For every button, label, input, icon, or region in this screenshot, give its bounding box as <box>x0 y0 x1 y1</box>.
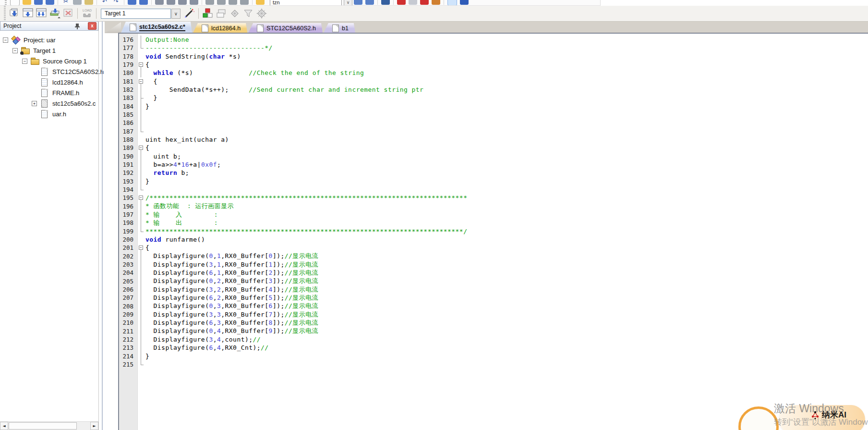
code-line[interactable]: 197* 输 入 : <box>119 210 868 219</box>
editor-window-icon[interactable] <box>447 0 457 6</box>
outdent-icon[interactable] <box>217 0 226 5</box>
undo-icon[interactable]: ↶ <box>100 0 109 5</box>
code-line[interactable]: 214} <box>119 352 868 360</box>
redo-icon[interactable]: ↷ <box>112 0 121 5</box>
incremental-find-icon[interactable] <box>365 0 374 5</box>
find-magnifier-icon[interactable] <box>381 0 390 5</box>
tree-expander[interactable]: − <box>12 48 18 53</box>
paste-icon[interactable] <box>84 0 93 5</box>
code-line[interactable]: 196* 函数功能 : 运行画面显示 <box>119 202 868 210</box>
mesh-icon[interactable] <box>255 7 268 20</box>
find-in-files-icon[interactable] <box>256 0 265 5</box>
code-line[interactable]: 188uint hex_int(uchar a) <box>119 135 868 144</box>
scroll-right-button[interactable]: ► <box>90 422 98 430</box>
tree-item-source-group-1[interactable]: −Source Group 1 <box>0 56 98 66</box>
prev-bookmark-icon[interactable] <box>167 0 175 5</box>
clear-bookmarks-icon[interactable] <box>190 0 198 5</box>
indent-icon[interactable] <box>205 0 214 5</box>
close-panel-button[interactable]: x <box>88 22 96 30</box>
tree-item-lcd12864-h[interactable]: lcd12864.h <box>0 77 98 87</box>
nano-ai-badge[interactable]: 纳米AI <box>810 409 846 420</box>
batch-build-icon[interactable] <box>48 7 61 20</box>
code-line[interactable]: 199*************************************… <box>119 227 868 235</box>
find-combo[interactable]: tzn <box>270 0 342 6</box>
kill-all-breakpoints-icon[interactable] <box>432 0 440 5</box>
tree-item-stc12c5a60s2-c[interactable]: +stc12c5a60s2.c <box>0 98 98 109</box>
target-select-dropdown[interactable]: ∨ <box>171 9 181 19</box>
tab-STC12C5A60S2-h[interactable]: STC12C5A60S2.h <box>248 23 323 33</box>
code-line[interactable]: 187 <box>119 127 868 135</box>
find-next-icon[interactable] <box>354 0 362 5</box>
tree-expander[interactable]: − <box>3 37 8 43</box>
code-line[interactable]: 210 Displayfigure(6,3,RX0_Buffer[8]);//显… <box>119 319 868 327</box>
scroll-left-button[interactable]: ◄ <box>0 422 8 430</box>
scrollbar-thumb[interactable] <box>9 422 77 430</box>
copy-icon[interactable] <box>73 0 82 5</box>
fold-collapse-marker[interactable] <box>137 244 145 252</box>
manage-rte-icon[interactable] <box>202 7 214 20</box>
code-line[interactable]: 184} <box>119 102 868 111</box>
code-line[interactable]: 178void SendString(char *s) <box>119 52 868 61</box>
tab-b1[interactable]: b1 <box>324 23 355 33</box>
pin-icon[interactable] <box>75 23 80 29</box>
next-bookmark-icon[interactable] <box>178 0 187 5</box>
find-combo-dropdown[interactable]: ∨ <box>344 0 352 6</box>
window-stack-icon[interactable] <box>215 7 228 20</box>
toolbar-grip[interactable] <box>5 0 7 5</box>
code-line[interactable]: 203 Displayfigure(3,1,RX0_Buffer[1]);//显… <box>119 260 868 269</box>
build-icon[interactable] <box>22 7 34 20</box>
code-line[interactable]: 215 <box>119 360 868 369</box>
fold-collapse-marker[interactable] <box>137 144 145 152</box>
tree-item-uar-h[interactable]: uar.h <box>0 109 98 119</box>
code-line[interactable]: 208 Displayfigure(0,3,RX0_Buffer[6]);//显… <box>119 302 868 310</box>
code-line[interactable]: 198* 输 出 : <box>119 219 868 227</box>
fold-collapse-marker[interactable] <box>137 77 145 86</box>
code-line[interactable]: 206 Displayfigure(3,2,RX0_Buffer[4]);//显… <box>119 285 868 294</box>
code-line[interactable]: 202 Displayfigure(0,1,RX0_Buffer[0]);//显… <box>119 252 868 260</box>
comment-icon[interactable] <box>229 0 237 5</box>
code-line[interactable]: 182 SendData(*s++); //Send current char … <box>119 86 868 94</box>
bookmark-icon[interactable] <box>155 0 164 5</box>
uncomment-icon[interactable] <box>240 0 249 5</box>
stop-build-icon[interactable] <box>62 7 74 20</box>
panel-splitter[interactable] <box>102 21 103 430</box>
fold-collapse-marker[interactable] <box>137 61 145 69</box>
tree-item-target-1[interactable]: −Target 1 <box>0 45 98 56</box>
code-line[interactable]: 179{ <box>119 61 868 69</box>
translate-icon[interactable] <box>8 7 21 20</box>
navigate-forward-icon[interactable] <box>139 0 148 5</box>
enable-breakpoint-icon[interactable] <box>409 0 417 5</box>
code-line[interactable]: 209 Displayfigure(3,3,RX0_Buffer[7]);//显… <box>119 310 868 319</box>
new-file-icon[interactable] <box>10 0 20 6</box>
code-line[interactable]: 207 Displayfigure(6,2,RX0_Buffer[5]);//显… <box>119 294 868 302</box>
tab-stc12c5a60s2-c-[interactable]: stc12c5a60s2.c* <box>121 22 192 33</box>
code-line[interactable]: 185 <box>119 111 868 119</box>
code-line[interactable]: 193} <box>119 177 868 185</box>
download-icon[interactable]: LOAD <box>81 7 93 20</box>
rebuild-icon[interactable] <box>35 7 48 20</box>
code-line[interactable]: 180 while (*s) //Check the end of the st… <box>119 69 868 77</box>
code-line[interactable]: 211 Displayfigure(0,4,RX0_Buffer[9]);//显… <box>119 327 868 335</box>
fold-collapse-marker[interactable] <box>137 194 145 202</box>
code-line[interactable]: 213 Displayfigure(6,4,RX0_Cnt);// <box>119 344 868 352</box>
code-line[interactable]: 204 Displayfigure(6,1,RX0_Buffer[2]);//显… <box>119 269 868 277</box>
code-line[interactable]: 186 <box>119 119 868 127</box>
options-target-icon[interactable] <box>183 7 195 20</box>
code-line[interactable]: 201{ <box>119 244 868 252</box>
open-folder-icon[interactable] <box>23 0 31 5</box>
tree-expander[interactable]: − <box>22 59 27 64</box>
code-line[interactable]: 181 { <box>119 77 868 86</box>
tree-item-frame-h[interactable]: FRAME.h <box>0 87 98 98</box>
save-all-icon[interactable] <box>46 0 54 5</box>
navigate-back-icon[interactable] <box>128 0 136 5</box>
code-line[interactable]: 205 Displayfigure(0,2,RX0_Buffer[3]);//显… <box>119 277 868 285</box>
code-line[interactable]: 212 Displayfigure(3,4,count);// <box>119 335 868 344</box>
code-line[interactable]: 177------------------------------*/ <box>119 44 868 52</box>
code-line[interactable]: 176Output:None <box>119 36 868 44</box>
funnel-icon[interactable] <box>242 7 254 20</box>
tree-expander[interactable]: + <box>32 101 37 106</box>
code-line[interactable]: 191 b=a>>4*16+a|0x0f; <box>119 160 868 169</box>
code-editor[interactable]: 176Output:None177-----------------------… <box>118 33 868 430</box>
code-line[interactable]: 189{ <box>119 144 868 152</box>
code-line[interactable]: 195/************************************… <box>119 194 868 202</box>
